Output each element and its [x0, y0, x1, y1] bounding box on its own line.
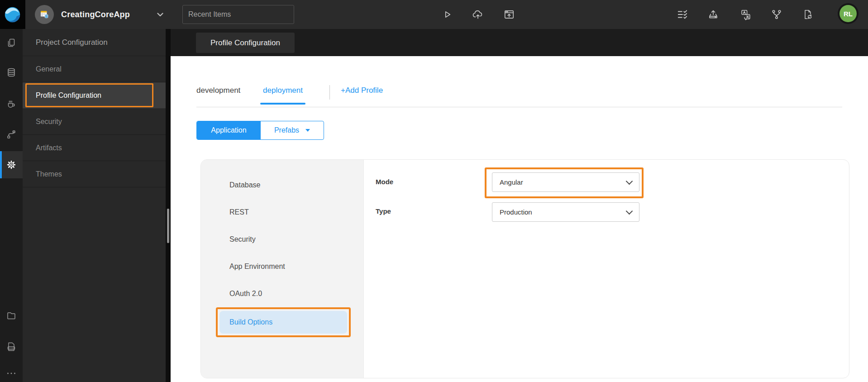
pages-icon[interactable]: [6, 38, 17, 48]
nav-item-app-environment[interactable]: App Environment: [229, 263, 285, 271]
logs-icon[interactable]: LOG: [6, 341, 17, 352]
topbar: CreatingCoreApp: [0, 0, 868, 29]
prefabs-toggle-button[interactable]: Prefabs: [261, 121, 324, 139]
wavemaker-studio: CreatingCoreApp: [0, 0, 868, 382]
add-profile-button[interactable]: +Add Profile: [341, 86, 383, 95]
main-panel: Profile Configuration development deploy…: [171, 29, 868, 382]
sidebar-item-label: Profile Configuration: [36, 91, 101, 100]
apis-icon[interactable]: [6, 129, 17, 140]
file-explorer-icon[interactable]: [6, 310, 17, 321]
mode-label: Mode: [376, 178, 393, 186]
sidebar-item-label: Themes: [36, 170, 62, 178]
body: LOG Project Configuration General Profil…: [0, 29, 868, 382]
left-icon-rail: LOG: [0, 29, 23, 382]
nav-item-security[interactable]: Security: [229, 235, 256, 244]
publish-icon[interactable]: [503, 9, 515, 20]
settings-gear-icon: [6, 159, 17, 170]
sidebar-item-label: Security: [36, 118, 62, 126]
mode-select-value: Angular: [500, 178, 523, 186]
sidebar-item-themes[interactable]: Themes: [23, 161, 166, 187]
nav-item-rest[interactable]: REST: [229, 208, 249, 216]
nav-item-build-options[interactable]: Build Options: [219, 311, 347, 334]
run-icon[interactable]: [441, 9, 453, 20]
sidebar-item-security[interactable]: Security: [23, 109, 166, 135]
branch-icon[interactable]: [771, 9, 782, 20]
sidebar-item-profile-configuration[interactable]: Profile Configuration: [23, 82, 166, 109]
caret-down-icon: [305, 129, 310, 132]
mode-select[interactable]: Angular: [492, 172, 639, 192]
tab-development[interactable]: development: [196, 86, 240, 95]
database-icon[interactable]: [6, 67, 17, 78]
build-settings-card: Database REST Security App Environment O…: [200, 159, 849, 378]
main-tabstrip: Profile Configuration: [171, 29, 868, 56]
annotation-highlight-box: Angular: [485, 167, 644, 198]
scrollbar-thumb[interactable]: [167, 209, 169, 243]
tab-deployment[interactable]: deployment: [260, 86, 305, 95]
project-app-icon: [39, 9, 50, 20]
active-tab-underline: [260, 103, 305, 105]
sidebar-item-general[interactable]: General: [23, 56, 166, 82]
project-chevron-down-icon[interactable]: [155, 9, 166, 20]
application-toggle-button[interactable]: Application: [197, 121, 261, 139]
export-icon[interactable]: [707, 9, 719, 20]
file-refresh-icon[interactable]: [802, 9, 814, 20]
sidebar-title: Project Configuration: [23, 29, 166, 56]
wavemaker-wave-icon: [3, 5, 22, 24]
project-name: CreatingCoreApp: [61, 0, 130, 29]
sidebar-item-label: Artifacts: [36, 144, 62, 152]
svg-text:LOG: LOG: [9, 347, 14, 349]
sidebar-item-artifacts[interactable]: Artifacts: [23, 135, 166, 161]
nav-item-database[interactable]: Database: [229, 181, 261, 189]
wavemaker-logo[interactable]: [0, 0, 25, 29]
rail-item-settings[interactable]: [0, 151, 23, 178]
type-select-value: Production: [500, 208, 532, 216]
checklist-icon[interactable]: [677, 9, 688, 20]
avatar-initials: RL: [839, 5, 857, 22]
user-avatar[interactable]: RL: [838, 3, 858, 24]
cloud-upload-icon[interactable]: [472, 9, 484, 20]
project-icon[interactable]: [35, 5, 54, 24]
more-options-icon[interactable]: [6, 368, 17, 379]
profile-configuration-content: development deployment +Add Profile Appl…: [171, 56, 868, 382]
translate-icon[interactable]: [740, 9, 752, 20]
active-indicator: [0, 151, 2, 178]
scope-toggle: Application Prefabs: [196, 121, 324, 140]
tab-divider: [329, 85, 330, 100]
java-services-icon[interactable]: [6, 98, 17, 109]
sidebar-item-label: General: [36, 65, 62, 73]
tabs-rule: [196, 107, 842, 107]
tab-profile-configuration[interactable]: Profile Configuration: [196, 33, 295, 53]
scrollbar-track: [166, 29, 171, 382]
recent-items-input[interactable]: [182, 5, 294, 24]
annotation-highlight-box: Build Options: [216, 307, 351, 337]
chevron-down-icon: [626, 207, 633, 215]
nav-item-oauth[interactable]: OAuth 2.0: [229, 290, 262, 298]
project-configuration-sidebar: Project Configuration General Profile Co…: [23, 29, 166, 382]
type-select[interactable]: Production: [492, 202, 639, 222]
type-label: Type: [376, 207, 391, 215]
chevron-down-icon: [626, 177, 633, 185]
prefabs-label: Prefabs: [274, 126, 299, 134]
